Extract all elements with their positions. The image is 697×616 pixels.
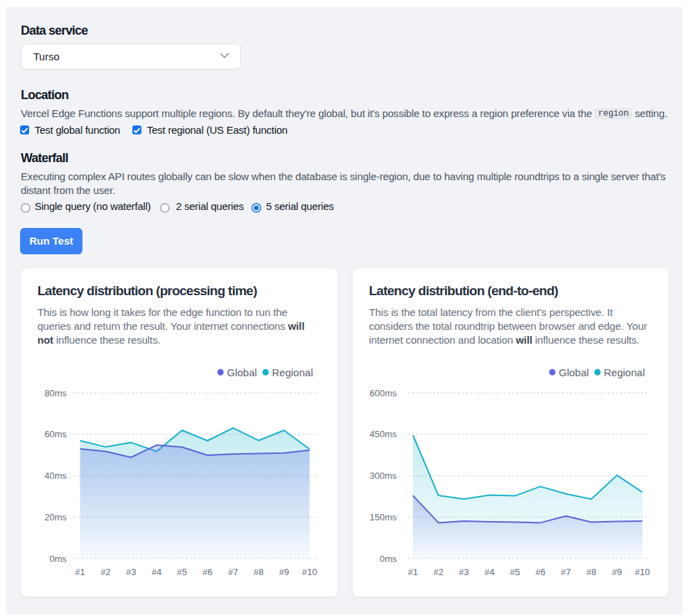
svg-text:Regional: Regional [603,367,644,378]
svg-text:#7: #7 [228,567,238,577]
svg-text:60ms: 60ms [44,429,67,439]
svg-text:#7: #7 [561,567,570,577]
svg-text:#2: #2 [433,567,443,577]
svg-text:#5: #5 [509,567,519,577]
svg-text:#1: #1 [75,567,85,577]
svg-text:#6: #6 [535,567,545,577]
svg-text:#1: #1 [407,567,417,577]
svg-text:#8: #8 [254,567,263,577]
svg-text:#4: #4 [152,567,161,577]
svg-text:#4: #4 [484,567,494,577]
svg-text:Global: Global [227,367,257,378]
svg-text:300ms: 300ms [369,470,397,481]
svg-text:Regional: Regional [272,367,313,378]
svg-text:#9: #9 [612,567,621,577]
svg-text:80ms: 80ms [44,388,67,398]
svg-text:#5: #5 [177,567,187,577]
svg-text:#2: #2 [100,567,110,577]
svg-text:#3: #3 [126,567,136,577]
svg-text:#3: #3 [459,567,468,577]
svg-text:#6: #6 [202,567,212,577]
svg-text:Global: Global [558,367,588,378]
svg-text:#9: #9 [279,567,289,577]
svg-text:150ms: 150ms [369,512,397,522]
svg-text:0ms: 0ms [49,554,67,564]
svg-text:20ms: 20ms [44,512,67,522]
svg-text:450ms: 450ms [369,429,397,439]
svg-text:#10: #10 [302,567,317,577]
svg-text:40ms: 40ms [44,470,67,481]
svg-text:#10: #10 [635,567,650,577]
svg-text:#8: #8 [586,567,596,577]
svg-text:0ms: 0ms [379,554,396,564]
svg-text:600ms: 600ms [369,388,397,398]
